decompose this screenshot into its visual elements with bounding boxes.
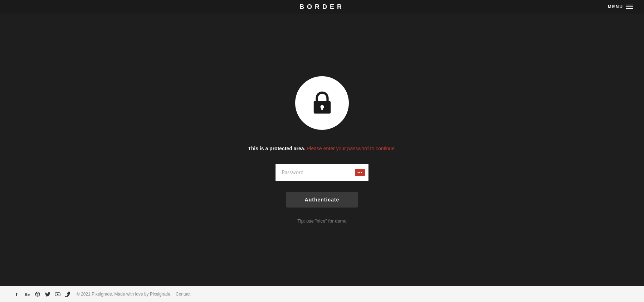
protected-area-text: This is a protected area. Please enter y… <box>248 144 396 153</box>
lock-icon <box>309 89 336 116</box>
main-content: This is a protected area. Please enter y… <box>0 14 644 286</box>
password-container: ••• <box>275 164 369 181</box>
site-title: BORDER <box>299 3 345 11</box>
svg-rect-2 <box>321 107 323 110</box>
twitter-icon[interactable] <box>44 291 51 297</box>
footer-copyright: © 2021 Pixelgrade. Made with love by Pix… <box>77 292 171 297</box>
footer: f Be <box>0 286 644 302</box>
footer-social-icons: f Be <box>14 291 71 297</box>
password-toggle-button[interactable]: ••• <box>355 169 365 176</box>
svg-marker-8 <box>57 293 59 295</box>
password-toggle-label: ••• <box>357 171 362 175</box>
vimeo-icon[interactable] <box>64 291 71 297</box>
facebook-icon[interactable]: f <box>14 291 21 297</box>
protected-text-bold: This is a protected area. <box>248 146 305 151</box>
menu-button[interactable]: MENU <box>608 4 633 9</box>
behance-icon[interactable]: Be <box>24 291 31 297</box>
svg-text:f: f <box>16 292 18 297</box>
lock-circle <box>295 76 349 130</box>
top-navigation: BORDER MENU <box>0 0 644 14</box>
authenticate-button[interactable]: Authenticate <box>286 192 358 208</box>
dribbble-icon[interactable] <box>34 291 41 297</box>
hamburger-icon <box>626 5 633 9</box>
youtube-icon[interactable] <box>54 291 61 297</box>
svg-text:Be: Be <box>25 292 30 297</box>
password-input[interactable] <box>275 164 369 181</box>
menu-label: MENU <box>608 4 623 9</box>
tip-text: Tip: use "nice" for demo <box>297 218 346 224</box>
protected-text-subtitle: Please enter your password to continue. <box>307 146 396 151</box>
footer-contact-link[interactable]: Contact <box>176 292 190 297</box>
